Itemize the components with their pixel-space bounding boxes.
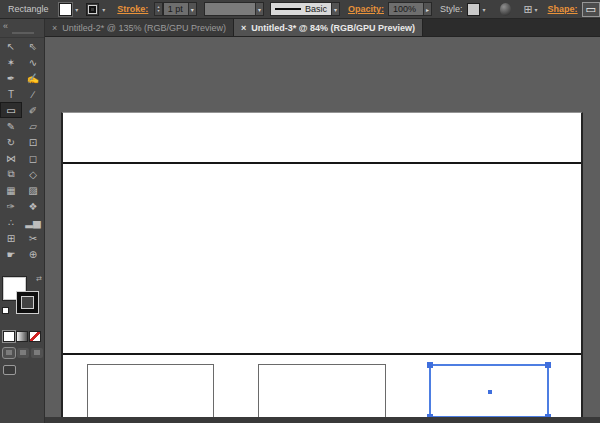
style-control[interactable]: ▾ (467, 2, 488, 17)
document-tab-untitled-3[interactable]: × Untitled-3* @ 84% (RGB/GPU Preview) (234, 19, 423, 36)
chevron-down-icon: ▾ (535, 6, 538, 13)
artboard[interactable] (61, 112, 583, 417)
blend-tool[interactable]: ❖ (22, 198, 44, 214)
shape-panel-link[interactable]: Shape: (548, 4, 578, 14)
tab-label: Untitled-2* @ 135% (RGB/GPU Preview) (62, 23, 226, 33)
align-options-control[interactable]: ⊞ ▾ (523, 3, 537, 16)
chevron-down-icon[interactable]: ▾ (481, 6, 488, 13)
hand-tool[interactable]: ☛ (0, 246, 22, 262)
color-button[interactable] (3, 331, 15, 342)
artboard-tool[interactable]: ⊞ (0, 230, 22, 246)
tools-grid: ↖ ⇖ ✶ ∿ ✒ ✍ T ∕ ▭ ✐ ✎ ▱ ↻ ⊡ ⋈ ◻ ⧉ ◇ ▦ ▨ (0, 38, 44, 262)
panel-grip-handle[interactable] (12, 32, 34, 34)
screen-mode-button[interactable] (3, 365, 16, 375)
selection-handle[interactable] (545, 362, 551, 368)
recolor-artwork-icon[interactable] (500, 3, 512, 16)
middle-rectangle-edge (63, 353, 581, 355)
illustrator-window: Rectangle ▾ ▾ Stroke: ▴ ▾ 1 pt ▾ ▾ Basic… (0, 0, 600, 423)
stroke-weight-select[interactable]: 1 pt ▾ (163, 2, 197, 16)
canvas-pasteboard[interactable] (45, 37, 600, 423)
center-point-marker (488, 390, 492, 394)
eraser-tool[interactable]: ▱ (22, 118, 44, 134)
document-tab-untitled-2[interactable]: × Untitled-2* @ 135% (RGB/GPU Preview) (45, 19, 234, 36)
type-tool[interactable]: T (0, 86, 22, 102)
stroke-indicator-hole (21, 296, 34, 309)
default-fill-stroke-icon[interactable] (2, 307, 9, 314)
stroke-swatch[interactable] (86, 3, 99, 16)
color-mode-buttons (3, 331, 44, 342)
perspective-grid-tool[interactable]: ◇ (22, 166, 44, 182)
stroke-weight-stepper[interactable]: ▴ ▾ (154, 2, 162, 16)
rectangle-tool[interactable]: ▭ (0, 102, 22, 118)
tools-panel: « ↖ ⇖ ✶ ∿ ✒ ✍ T ∕ ▭ ✐ ✎ ▱ ↻ ⊡ ⋈ ◻ ⧉ (0, 19, 45, 423)
symbol-sprayer-tool[interactable]: ∴ (0, 214, 22, 230)
shape-builder-tool[interactable]: ⧉ (0, 166, 22, 182)
drawing-mode-buttons (3, 348, 44, 358)
gradient-tool[interactable]: ▨ (22, 182, 44, 198)
close-icon[interactable]: × (241, 23, 246, 33)
chevron-down-icon[interactable]: ▾ (188, 3, 196, 15)
bottom-rectangle-1[interactable] (87, 364, 214, 418)
swap-fill-stroke-icon[interactable]: ⇄ (36, 275, 42, 283)
chevron-right-icon[interactable]: ▸ (423, 3, 431, 15)
selection-handle[interactable] (427, 362, 433, 368)
chevron-down-icon[interactable]: ▾ (73, 6, 80, 13)
selection-tool[interactable]: ↖ (0, 38, 22, 54)
scale-tool[interactable]: ⊡ (22, 134, 44, 150)
draw-behind-button[interactable] (17, 348, 29, 358)
stroke-color-control[interactable]: ▾ (86, 2, 107, 17)
align-grid-icon: ⊞ (523, 3, 532, 16)
close-icon[interactable]: × (52, 23, 57, 33)
stroke-ring-icon (89, 6, 96, 13)
chevron-down-icon[interactable]: ▾ (255, 3, 263, 15)
curvature-tool[interactable]: ✍ (22, 70, 44, 86)
draw-inside-button[interactable] (31, 348, 43, 358)
draw-normal-button[interactable] (3, 348, 15, 358)
opacity-select[interactable]: 100% ▸ (388, 2, 432, 16)
bottom-rectangle-selected[interactable] (429, 364, 549, 418)
chevron-down-icon[interactable]: ▾ (331, 3, 339, 15)
lasso-tool[interactable]: ∿ (22, 54, 44, 70)
fill-swatch[interactable] (59, 3, 72, 16)
control-bar: Rectangle ▾ ▾ Stroke: ▴ ▾ 1 pt ▾ ▾ Basic… (0, 0, 600, 19)
fill-color-control[interactable]: ▾ (59, 2, 80, 17)
column-graph-tool[interactable]: ▂▅ (22, 214, 44, 230)
bottom-rectangle-2[interactable] (258, 364, 386, 418)
eyedropper-tool[interactable]: ✑ (0, 198, 22, 214)
width-tool[interactable]: ⋈ (0, 150, 22, 166)
style-swatch[interactable] (467, 3, 480, 16)
tab-label: Untitled-3* @ 84% (RGB/GPU Preview) (251, 23, 415, 33)
document-tab-bar: × Untitled-2* @ 135% (RGB/GPU Preview) ×… (45, 19, 600, 37)
stroke-indicator[interactable] (16, 291, 39, 314)
none-button[interactable] (29, 331, 41, 342)
collapse-panel-icon[interactable]: « (3, 21, 8, 31)
line-segment-tool[interactable]: ∕ (22, 86, 44, 102)
spinner-down-icon[interactable]: ▾ (155, 9, 161, 13)
shaper-tool[interactable]: ✎ (0, 118, 22, 134)
direct-selection-tool[interactable]: ⇖ (22, 38, 44, 54)
fill-stroke-indicator: ⇄ (0, 275, 44, 323)
style-label: Style: (440, 4, 463, 14)
opacity-panel-link[interactable]: Opacity: (348, 4, 384, 14)
brush-definition-select[interactable]: Basic ▾ (270, 2, 340, 16)
workspace: « ↖ ⇖ ✶ ∿ ✒ ✍ T ∕ ▭ ✐ ✎ ▱ ↻ ⊡ ⋈ ◻ ⧉ (0, 19, 600, 423)
document-area: × Untitled-2* @ 135% (RGB/GPU Preview) ×… (45, 19, 600, 423)
opacity-value: 100% (389, 4, 423, 14)
free-transform-tool[interactable]: ◻ (22, 150, 44, 166)
mesh-tool[interactable]: ▦ (0, 182, 22, 198)
artboard-shadow (45, 417, 600, 423)
active-tool-label: Rectangle (8, 4, 55, 14)
rotate-tool[interactable]: ↻ (0, 134, 22, 150)
slice-tool[interactable]: ✂ (22, 230, 44, 246)
variable-width-profile-select[interactable]: ▾ (204, 2, 264, 16)
magic-wand-tool[interactable]: ✶ (0, 54, 22, 70)
brush-stroke-preview (275, 8, 301, 10)
paintbrush-tool[interactable]: ✐ (22, 102, 44, 118)
shape-widget-button[interactable]: ▭ (582, 2, 600, 17)
zoom-tool[interactable]: ⊕ (22, 246, 44, 262)
pen-tool[interactable]: ✒ (0, 70, 22, 86)
chevron-down-icon[interactable]: ▾ (100, 6, 107, 13)
gradient-button[interactable] (16, 331, 28, 342)
stroke-weight-value: 1 pt (164, 4, 188, 14)
stroke-panel-link[interactable]: Stroke: (117, 4, 148, 14)
